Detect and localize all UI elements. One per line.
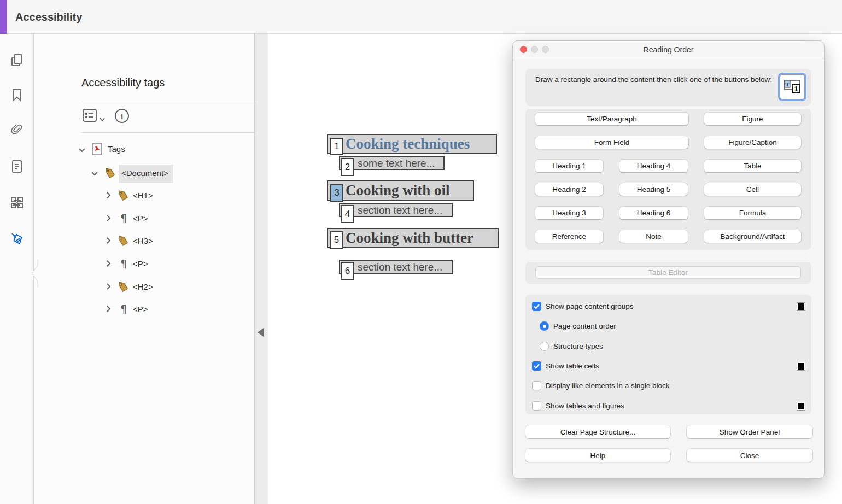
dialog-title-bar[interactable]: Reading Order <box>513 41 824 58</box>
tree-item-document[interactable]: <Document> <box>121 168 168 178</box>
option-label[interactable]: Page content order <box>553 322 616 330</box>
table-editor-panel: Table Editor <box>525 262 811 284</box>
content-block-heading1[interactable]: Cooking techniques <box>327 134 497 154</box>
heading-4-button[interactable]: Heading 4 <box>619 160 688 172</box>
show-page-content-groups-checkbox[interactable] <box>532 302 541 311</box>
dropdown-caret-icon[interactable] <box>100 114 105 118</box>
option-row: Display like elements in a single block <box>525 381 811 391</box>
chevron-down-icon[interactable] <box>91 169 98 177</box>
minimize-traffic-light <box>531 46 538 53</box>
instruction-panel: Draw a rectangle around the content then… <box>525 69 811 106</box>
option-label[interactable]: Display like elements in a single block <box>546 382 670 390</box>
tables-figures-color-swatch[interactable] <box>797 402 805 411</box>
tree-item-p[interactable]: <P> <box>133 214 148 223</box>
tree-item-h2[interactable]: <H2> <box>133 282 153 291</box>
reading-order-badge[interactable]: 2 <box>341 158 354 176</box>
left-tool-rail <box>0 34 34 504</box>
heading-2-button[interactable]: Heading 2 <box>535 183 603 196</box>
attachments-icon[interactable] <box>9 122 25 138</box>
content-block-paragraph[interactable]: section text here... <box>339 203 453 217</box>
tree-item-p[interactable]: <P> <box>133 304 148 314</box>
svg-text:i: i <box>121 112 123 121</box>
table-cells-color-swatch[interactable] <box>797 362 805 371</box>
option-row: Structure types <box>525 342 811 351</box>
chevron-down-icon[interactable] <box>78 146 86 154</box>
reference-button[interactable]: Reference <box>535 230 603 243</box>
display-like-elements-checkbox[interactable] <box>532 381 541 390</box>
figure-button[interactable]: Figure <box>704 113 801 125</box>
pdf-file-icon <box>92 143 102 157</box>
accessibility-tags-icon[interactable] <box>9 231 25 247</box>
chevron-right-icon[interactable] <box>104 305 112 313</box>
reading-order-badge[interactable]: 4 <box>341 205 354 223</box>
figure-caption-button[interactable]: Figure/Caption <box>704 136 801 149</box>
chevron-right-icon[interactable] <box>104 214 112 222</box>
page-thumbnails-icon[interactable] <box>9 52 25 68</box>
accessibility-tags-panel: Accessibility tags i Tags <Document> <H1… <box>34 34 254 504</box>
reading-order-badge[interactable]: 1 <box>330 138 343 155</box>
chevron-right-icon[interactable] <box>104 237 112 244</box>
structure-types-radio[interactable] <box>540 342 549 351</box>
content-block-heading2[interactable]: Cooking with butter <box>327 228 499 248</box>
tree-item-tags-root[interactable]: Tags <box>108 144 125 154</box>
list-options-icon[interactable] <box>83 109 97 122</box>
collapse-panel-icon[interactable] <box>258 328 264 337</box>
paragraph-icon: ¶ <box>120 303 127 315</box>
show-order-panel-button[interactable]: Show Order Panel <box>687 425 812 438</box>
heading-3-button[interactable]: Heading 3 <box>535 207 603 219</box>
option-row: Page content order <box>525 321 811 331</box>
text-order-tool-icon[interactable]: T1 <box>780 74 805 99</box>
tree-item-h1[interactable]: <H1> <box>133 191 153 200</box>
panel-title: Accessibility tags <box>81 77 165 89</box>
option-label[interactable]: Show table cells <box>546 362 599 370</box>
heading-1-button[interactable]: Heading 1 <box>535 160 603 172</box>
heading-5-button[interactable]: Heading 5 <box>619 183 688 196</box>
note-button[interactable]: Note <box>619 230 688 243</box>
svg-text:T: T <box>785 81 790 87</box>
tag-icon <box>104 167 116 179</box>
dialog-title: Reading Order <box>513 41 824 58</box>
option-label[interactable]: Show page content groups <box>546 302 634 310</box>
info-icon[interactable]: i <box>114 108 130 124</box>
content-block-paragraph[interactable]: some text here... <box>339 156 445 170</box>
form-field-button[interactable]: Form Field <box>535 136 688 149</box>
page-title: Accessibility <box>15 0 82 34</box>
chevron-right-icon[interactable] <box>104 260 112 267</box>
tree-item-h3[interactable]: <H3> <box>133 236 153 245</box>
zoom-traffic-light <box>542 46 549 53</box>
formula-button[interactable]: Formula <box>704 207 801 219</box>
option-label[interactable]: Show tables and figures <box>546 402 624 410</box>
order-panel-icon[interactable] <box>9 194 25 210</box>
table-button[interactable]: Table <box>704 160 801 172</box>
content-block-paragraph[interactable]: section text here... <box>339 260 453 274</box>
show-table-cells-checkbox[interactable] <box>532 361 541 371</box>
bookmarks-icon[interactable] <box>9 87 25 103</box>
background-artifact-button[interactable]: Background/Artifact <box>704 230 801 243</box>
option-row: Show tables and figures <box>525 401 811 411</box>
panel-splitter[interactable] <box>254 34 268 504</box>
show-tables-figures-checkbox[interactable] <box>532 401 541 411</box>
heading-6-button[interactable]: Heading 6 <box>619 207 688 219</box>
tag-icon <box>117 189 130 202</box>
close-button[interactable]: Close <box>687 449 812 462</box>
page-content-order-radio[interactable] <box>540 321 549 331</box>
chevron-right-icon[interactable] <box>104 283 112 290</box>
clear-page-structure-button[interactable]: Clear Page Structure... <box>525 425 670 438</box>
option-label[interactable]: Structure types <box>553 342 603 350</box>
group-color-swatch[interactable] <box>797 302 805 311</box>
reading-order-badge[interactable]: 6 <box>341 262 354 280</box>
active-tool-notch <box>30 260 38 287</box>
tree-item-p[interactable]: <P> <box>133 259 148 268</box>
reading-order-badge-selected[interactable]: 3 <box>330 184 343 202</box>
cell-button[interactable]: Cell <box>704 183 801 196</box>
paragraph-icon: ¶ <box>120 212 127 224</box>
reading-order-dialog: Reading Order Draw a rectangle around th… <box>512 40 825 479</box>
reading-order-badge[interactable]: 5 <box>330 231 343 249</box>
help-button[interactable]: Help <box>525 449 670 462</box>
content-block-heading3[interactable]: Cooking with oil <box>327 180 474 201</box>
content-icon[interactable] <box>9 159 25 175</box>
close-traffic-light[interactable] <box>520 46 527 53</box>
divider <box>81 132 278 133</box>
chevron-right-icon[interactable] <box>104 191 112 199</box>
text-paragraph-button[interactable]: Text/Paragraph <box>535 113 688 125</box>
